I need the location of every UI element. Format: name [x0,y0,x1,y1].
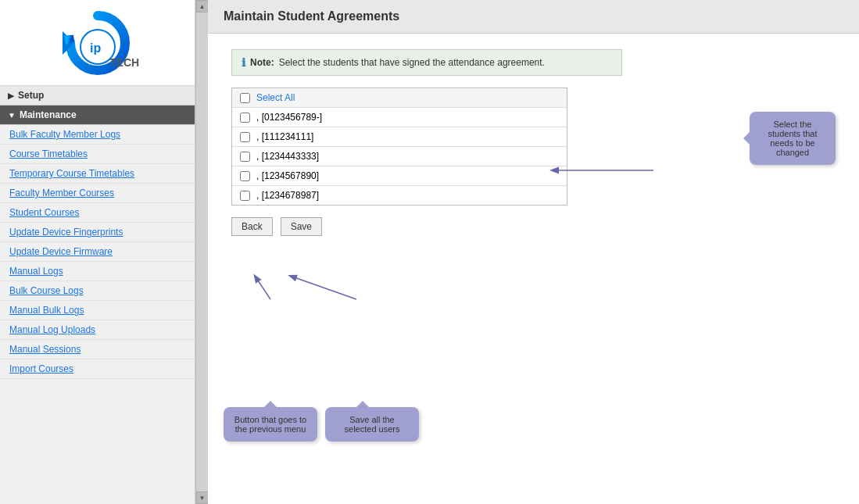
student-label-4: , [1234567890] [256,170,319,181]
note-text: Select the students that have signed the… [279,57,545,68]
select-all-checkbox[interactable] [240,93,250,103]
sidebar-scrollbar[interactable]: ▲ ▼ [195,0,208,504]
student-row-4: , [1234567890] [232,166,567,186]
logo-area: ip TECH [0,0,195,86]
select-all-row: Select All [232,88,567,108]
student-row-3: , [1234443333] [232,147,567,166]
tooltip-back: Button that goes to the previous menu [224,407,317,441]
sidebar-items-container: Bulk Faculty Member Logs Course Timetabl… [0,125,195,379]
student-checkbox-3[interactable] [240,152,250,162]
student-row-1: , [0123456789-] [232,108,567,127]
student-label-1: , [0123456789-] [256,112,322,123]
sidebar-item-manual-sessions[interactable]: Manual Sessions [0,340,195,359]
maintenance-label: Maintenance [20,109,77,120]
tooltip-save: Save all the selected users [325,407,419,441]
scroll-down-button[interactable]: ▼ [196,491,209,504]
page-body: ℹ Note: Select the students that have si… [208,34,859,504]
logo-icon: ip TECH [55,8,141,78]
sidebar: ip TECH ▶ Setup ▼ Maintenance Bulk Facul… [0,0,195,504]
sidebar-item-bulk-faculty-logs[interactable]: Bulk Faculty Member Logs [0,125,195,145]
back-button[interactable]: Back [231,217,273,236]
note-label: Note: [250,57,274,68]
page-title: Maintain Student Agreements [224,9,399,23]
tooltip-students: Select the students that needs to be cha… [750,112,836,165]
page-header: Maintain Student Agreements [208,0,859,34]
svg-text:ip: ip [90,41,101,55]
student-row-2: , [111234111] [232,127,567,147]
tooltip-save-text: Save all the selected users [345,415,400,434]
sidebar-item-temporary-course-timetables[interactable]: Temporary Course Timetables [0,164,195,184]
sidebar-section-maintenance[interactable]: ▼ Maintenance [0,105,195,125]
maintenance-arrow-icon: ▼ [8,111,16,120]
sidebar-item-student-courses[interactable]: Student Courses [0,203,195,223]
left-panel: ip TECH ▶ Setup ▼ Maintenance Bulk Facul… [0,0,208,504]
note-box: ℹ Note: Select the students that have si… [231,49,622,76]
student-checkbox-2[interactable] [240,132,250,142]
svg-text:TECH: TECH [109,56,139,69]
setup-arrow-icon: ▶ [8,91,14,100]
tooltip-back-text: Button that goes to the previous menu [234,415,306,434]
setup-label: Setup [18,90,44,101]
svg-line-6 [290,276,356,299]
student-label-2: , [111234111] [256,131,313,142]
sidebar-item-manual-log-uploads[interactable]: Manual Log Uploads [0,320,195,340]
student-checkbox-4[interactable] [240,171,250,181]
sidebar-item-update-device-fingerprints[interactable]: Update Device Fingerprints [0,223,195,242]
sidebar-item-bulk-course-logs[interactable]: Bulk Course Logs [0,281,195,301]
student-label-3: , [1234443333] [256,151,319,162]
save-button[interactable]: Save [281,217,322,236]
svg-line-5 [255,276,270,299]
tooltip-students-text: Select the students that needs to be cha… [768,120,818,157]
student-checkbox-1[interactable] [240,113,250,123]
student-row-5: , [1234678987] [232,186,567,205]
main-content: Maintain Student Agreements ℹ Note: Sele… [208,0,859,504]
scroll-up-button[interactable]: ▲ [196,0,209,13]
sidebar-item-course-timetables[interactable]: Course Timetables [0,145,195,164]
sidebar-item-manual-bulk-logs[interactable]: Manual Bulk Logs [0,301,195,320]
select-all-label[interactable]: Select All [256,92,295,103]
sidebar-item-import-courses[interactable]: Import Courses [0,359,195,379]
student-checkbox-5[interactable] [240,191,250,201]
student-label-5: , [1234678987] [256,190,319,201]
student-list: Select All , [0123456789-] , [111234111]… [231,88,567,206]
sidebar-item-manual-logs[interactable]: Manual Logs [0,262,195,281]
sidebar-section-setup[interactable]: ▶ Setup [0,86,195,105]
info-icon: ℹ [242,56,245,69]
btn-row: Back Save [231,217,836,236]
sidebar-item-faculty-member-courses[interactable]: Faculty Member Courses [0,184,195,203]
sidebar-item-update-device-firmware[interactable]: Update Device Firmware [0,242,195,262]
